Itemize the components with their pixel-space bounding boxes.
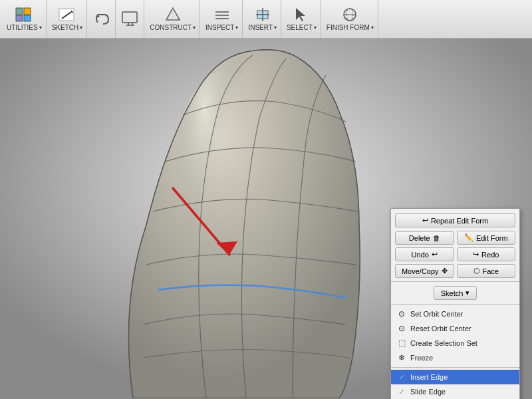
construct-group[interactable]: CONSTRUCT ▾: [146, 0, 200, 38]
face-button[interactable]: ⬡ Face: [457, 264, 516, 278]
move-copy-button[interactable]: Move/Copy ✥: [395, 264, 454, 278]
redo-icon: ↪: [473, 250, 479, 259]
undo-icon: ↩: [432, 250, 438, 259]
undo-button[interactable]: Undo ↩: [395, 247, 454, 261]
edit-form-button[interactable]: ✏️ Edit Form: [457, 231, 516, 245]
toolbar: UTILITIES ▾ SKETCH ▾: [0, 0, 532, 39]
sketch-group[interactable]: SKETCH ▾: [48, 0, 88, 38]
sketch-arrow-icon: ▾: [466, 289, 469, 297]
insert-group[interactable]: INSERT ▾: [244, 0, 281, 38]
utilities-label[interactable]: UTILITIES ▾: [7, 24, 42, 31]
svg-rect-2: [16, 15, 23, 21]
finish-form-icon: [340, 7, 359, 23]
delete-button[interactable]: Delete 🗑: [395, 231, 454, 245]
undo-group[interactable]: [88, 0, 116, 38]
display-icon: [121, 11, 140, 27]
svg-rect-3: [24, 15, 31, 21]
inspect-icon: [213, 7, 231, 23]
insert-edge-icon: ⟋: [396, 372, 407, 382]
svg-rect-0: [16, 8, 23, 15]
svg-rect-1: [24, 8, 31, 15]
inspect-group[interactable]: INSPECT ▾: [201, 0, 243, 38]
movecopy-face-row: Move/Copy ✥ ⬡ Face: [391, 263, 519, 279]
edit-icon: ✏️: [464, 233, 473, 242]
move-icon: ✥: [442, 267, 448, 275]
display-group[interactable]: [117, 0, 144, 38]
context-menu: ↩ Repeat Edit Form Delete 🗑 ✏️ Edit Form…: [390, 208, 520, 399]
sketch-icon: [58, 7, 76, 23]
face-icon: ⬡: [473, 267, 480, 275]
create-selection-set-item[interactable]: ⬚ Create Selection Set: [391, 336, 519, 350]
slide-edge-icon: ⟋: [396, 386, 407, 397]
orbit-center-icon: ⊙: [396, 309, 407, 319]
freeze-icon: ❄: [396, 352, 407, 363]
slide-edge-item[interactable]: ⟋ Slide Edge: [391, 384, 519, 399]
construct-label[interactable]: CONSTRUCT ▾: [150, 24, 196, 31]
construct-icon: [164, 7, 182, 23]
delete-editform-row: Delete 🗑 ✏️ Edit Form: [391, 229, 519, 246]
sketch-dropdown[interactable]: Sketch ▾: [434, 286, 477, 300]
insert-edge-item[interactable]: ⟋ Insert Edge: [391, 370, 519, 384]
separator-2: [391, 304, 519, 305]
finish-form-label[interactable]: FINISH FORM ▾: [327, 24, 374, 31]
svg-marker-20: [296, 8, 305, 21]
separator-3: [391, 367, 519, 368]
repeat-edit-form-button[interactable]: ↩ Repeat Edit Form: [395, 213, 515, 227]
insert-icon: [253, 7, 272, 23]
undo-icon: [92, 11, 111, 27]
reset-orbit-icon: ⊙: [396, 323, 407, 334]
selection-set-icon: ⬚: [396, 338, 407, 348]
freeze-item[interactable]: ❄ Freeze: [391, 350, 519, 365]
set-orbit-center-item[interactable]: ⊙ Set Orbit Center: [391, 307, 519, 321]
redo-button[interactable]: ↪ Redo: [457, 247, 516, 261]
finish-form-group[interactable]: FINISH FORM ▾: [323, 0, 378, 38]
utilities-icon: [15, 7, 33, 23]
sketch-label[interactable]: SKETCH ▾: [52, 24, 83, 31]
delete-icon: 🗑: [433, 234, 440, 242]
repeat-icon: ↩: [422, 216, 428, 225]
repeat-edit-form-row: ↩ Repeat Edit Form: [391, 211, 519, 229]
sketch-row: Sketch ▾: [391, 284, 519, 302]
canvas-area[interactable]: ↩ Repeat Edit Form Delete 🗑 ✏️ Edit Form…: [0, 39, 532, 399]
undo-redo-row: Undo ↩ ↪ Redo: [391, 246, 519, 263]
reset-orbit-center-item[interactable]: ⊙ Reset Orbit Center: [391, 321, 519, 336]
select-icon: [292, 7, 311, 23]
separator-1: [391, 281, 519, 282]
select-label[interactable]: SELECT ▾: [287, 24, 317, 31]
svg-rect-7: [122, 12, 137, 23]
utilities-group[interactable]: UTILITIES ▾: [3, 0, 47, 38]
inspect-label[interactable]: INSPECT ▾: [205, 24, 238, 31]
select-group[interactable]: SELECT ▾: [283, 0, 321, 38]
insert-label[interactable]: INSERT ▾: [248, 24, 277, 31]
